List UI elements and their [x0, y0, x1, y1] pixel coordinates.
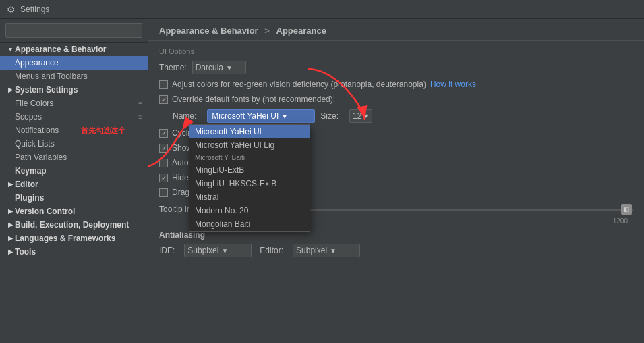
- hide-nav-checkbox[interactable]: [159, 174, 168, 182]
- override-fonts-row: Override default fonts by (not recommend…: [159, 95, 633, 104]
- sidebar-item-system-settings[interactable]: ▶ System Settings: [0, 83, 148, 97]
- sidebar-item-build-execution[interactable]: ▶ Build, Execution, Deployment: [0, 218, 148, 232]
- font-list-item-msyahei[interactable]: Microsoft YaHei UI: [189, 125, 310, 138]
- sidebar-item-scopes[interactable]: Scopes ≡: [0, 110, 148, 124]
- sidebar: ▾ Appearance & Behavior Appearance Menus…: [0, 19, 148, 343]
- slider-track: ◧: [256, 209, 633, 211]
- font-list-item-msyahei-lig[interactable]: Microsoft YaHei UI Lig: [189, 138, 310, 152]
- search-input[interactable]: [5, 23, 142, 38]
- sidebar-item-appearance-behavior[interactable]: ▾ Appearance & Behavior: [0, 43, 148, 56]
- size-dropdown-arrow: ▼: [363, 113, 369, 120]
- titlebar-title: Settings: [20, 5, 49, 14]
- section-title: UI Options: [159, 47, 633, 55]
- slider-thumb[interactable]: ◧: [621, 204, 632, 215]
- sidebar-item-file-colors[interactable]: File Colors ≡: [0, 97, 148, 110]
- font-list: Microsoft YaHei UI Microsoft YaHei UI Li…: [189, 124, 310, 232]
- sidebar-item-tools[interactable]: ▶ Tools: [0, 245, 148, 259]
- override-fonts-label: Override default fonts by (not recommend…: [172, 95, 335, 104]
- file-colors-icon: ≡: [138, 100, 142, 107]
- slider-max: 1200: [613, 217, 628, 225]
- titlebar: ⚙ Settings: [0, 0, 644, 19]
- content-body: UI Options Theme: Darcula ▼ Adjust color…: [148, 41, 644, 264]
- font-list-item-minglu-hkscs[interactable]: MingLiU_HKSCS-ExtB: [189, 177, 310, 190]
- annotation-check: 首先勾选这个: [81, 126, 125, 136]
- theme-dropdown[interactable]: Darcula ▼: [192, 61, 246, 74]
- theme-row: Theme: Darcula ▼: [159, 61, 633, 74]
- how-it-works-link[interactable]: How it works: [430, 80, 476, 89]
- slider-thumb-icon: ◧: [624, 206, 630, 213]
- vc-arrow: ▶: [5, 207, 15, 216]
- font-dropdown-arrow: ▼: [281, 113, 288, 120]
- font-list-item-mongolian[interactable]: Mongolian Baiti: [189, 217, 310, 231]
- size-label: Size:: [320, 111, 339, 121]
- name-label: Name:: [173, 111, 196, 121]
- font-name-row: Name: Microsoft YaHei UI ▼ Size: 12 ▼ Mi…: [159, 109, 633, 123]
- sidebar-item-keymap[interactable]: ▶ Keymap: [0, 164, 148, 178]
- build-arrow: ▶: [5, 220, 15, 230]
- sidebar-item-appearance[interactable]: Appearance: [0, 56, 148, 70]
- sidebar-item-languages-frameworks[interactable]: ▶ Languages & Frameworks: [0, 232, 148, 245]
- settings-icon: ⚙: [5, 4, 16, 15]
- font-list-item-minglu-extb[interactable]: MingLiU-ExtB: [189, 163, 310, 177]
- scopes-icon: ≡: [138, 113, 142, 121]
- adjust-colors-row: Adjust colors for red-green vision defic…: [159, 80, 633, 89]
- editor-aa-dropdown[interactable]: Subpixel ▼: [293, 244, 360, 257]
- ide-aa-dropdown[interactable]: Subpixel ▼: [184, 244, 252, 257]
- content-header: Appearance & Behavior > Appearance: [148, 19, 644, 41]
- ide-dropdown-arrow: ▼: [221, 247, 228, 255]
- drag-drop-checkbox[interactable]: [159, 188, 168, 197]
- tooltip-slider-container: ◧: [256, 203, 633, 216]
- antialiasing-section: Antialiasing IDE: Subpixel ▼ Editor:: [159, 230, 633, 257]
- font-name-dropdown[interactable]: Microsoft YaHei UI ▼: [207, 109, 315, 123]
- antialiasing-title: Antialiasing: [159, 230, 633, 240]
- editor-dropdown-arrow: ▼: [330, 247, 336, 255]
- sidebar-tree: ▾ Appearance & Behavior Appearance Menus…: [0, 43, 148, 343]
- lang-arrow: ▶: [5, 234, 15, 243]
- main-layout: ▾ Appearance & Behavior Appearance Menus…: [0, 19, 644, 343]
- cyclic-checkbox[interactable]: [159, 129, 168, 138]
- collapse-arrow: ▾: [5, 45, 15, 54]
- theme-dropdown-arrow: ▼: [226, 64, 233, 72]
- sidebar-item-quick-lists[interactable]: Quick Lists: [0, 137, 148, 151]
- ide-aa-item: IDE: Subpixel ▼: [159, 244, 252, 257]
- search-bar: [0, 19, 148, 43]
- size-dropdown[interactable]: 12 ▼: [349, 109, 372, 123]
- automate-checkbox[interactable]: [159, 159, 168, 167]
- breadcrumb: Appearance & Behavior > Appearance: [159, 26, 326, 36]
- font-list-item-mistral[interactable]: Mistral: [189, 190, 310, 204]
- override-fonts-checkbox[interactable]: [159, 95, 168, 104]
- tools-arrow: ▶: [5, 247, 15, 257]
- content: Appearance & Behavior > Appearance UI Op…: [148, 19, 644, 264]
- sidebar-item-plugins[interactable]: ▶ Plugins: [0, 191, 148, 205]
- show-icons-checkbox[interactable]: [159, 144, 168, 153]
- sidebar-item-notifications[interactable]: Notifications 首先勾选这个: [0, 124, 148, 137]
- ide-aa-label: IDE:: [159, 246, 175, 255]
- content-wrapper: Appearance & Behavior > Appearance UI Op…: [148, 19, 644, 343]
- editor-arrow: ▶: [5, 180, 15, 189]
- sidebar-item-path-variables[interactable]: Path Variables: [0, 151, 148, 164]
- adjust-colors-checkbox[interactable]: [159, 80, 168, 89]
- breadcrumb-separator: >: [264, 26, 272, 36]
- adjust-colors-label: Adjust colors for red-green vision defic…: [172, 80, 426, 89]
- theme-label: Theme:: [159, 63, 187, 72]
- sidebar-item-version-control[interactable]: ▶ Version Control: [0, 205, 148, 218]
- expand-arrow-system: ▶: [5, 85, 15, 95]
- font-list-item-modern20[interactable]: Modern No. 20: [189, 204, 310, 217]
- sidebar-item-menus-toolbars[interactable]: Menus and Toolbars: [0, 70, 148, 83]
- sidebar-item-editor[interactable]: ▶ Editor: [0, 178, 148, 191]
- editor-aa-label: Editor:: [260, 246, 283, 255]
- antialiasing-row: IDE: Subpixel ▼ Editor: Subpixel ▼: [159, 244, 633, 257]
- editor-aa-item: Editor: Subpixel ▼: [260, 244, 360, 257]
- font-list-item-msyaheibei[interactable]: Microsoft Yi Baiti: [189, 152, 310, 163]
